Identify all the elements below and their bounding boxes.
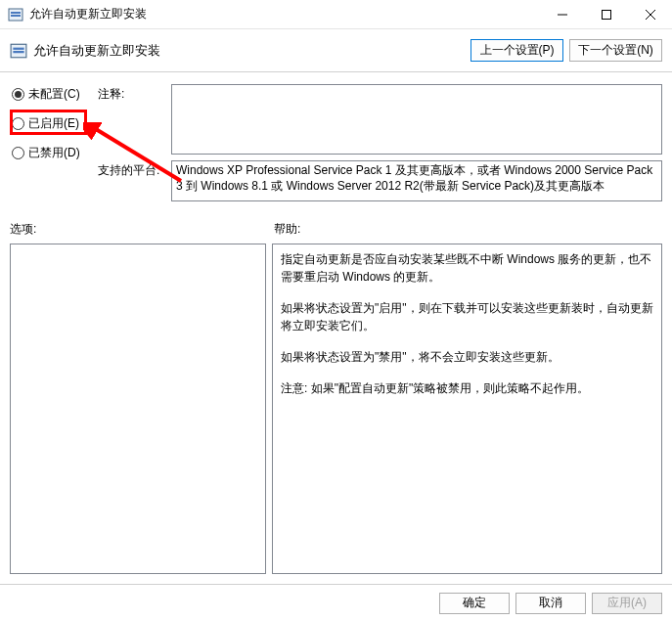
help-paragraph: 指定自动更新是否应自动安装某些既不中断 Windows 服务的更新，也不需要重启… xyxy=(281,250,653,286)
window-controls xyxy=(540,0,672,29)
options-pane xyxy=(10,244,266,574)
platform-row: 支持的平台: Windows XP Professional Service P… xyxy=(98,160,662,201)
mid-labels: 选项: 帮助: xyxy=(10,221,662,238)
svg-rect-4 xyxy=(602,10,610,19)
radio-label: 已启用(E) xyxy=(28,115,79,132)
radio-disabled[interactable]: 已禁用(D) xyxy=(10,145,98,160)
radio-not-configured[interactable]: 未配置(C) xyxy=(10,86,98,102)
previous-setting-button[interactable]: 上一个设置(P) xyxy=(470,39,563,62)
radio-label: 未配置(C) xyxy=(28,86,80,103)
lower-panes: 指定自动更新是否应自动安装某些既不中断 Windows 服务的更新，也不需要重启… xyxy=(10,244,662,574)
svg-rect-9 xyxy=(13,51,23,53)
comment-textarea[interactable] xyxy=(171,84,662,155)
window-title: 允许自动更新立即安装 xyxy=(29,6,540,22)
minimize-button[interactable] xyxy=(540,0,584,29)
svg-rect-2 xyxy=(11,15,21,17)
maximize-button[interactable] xyxy=(584,0,628,29)
comment-label: 注释: xyxy=(98,84,171,155)
fields-column: 注释: 支持的平台: Windows XP Professional Servi… xyxy=(98,84,662,207)
platform-text[interactable]: Windows XP Professional Service Pack 1 及… xyxy=(171,160,662,201)
upper-section: 未配置(C) 已启用(E) 已禁用(D) 注释: 支持的平台: Windows … xyxy=(10,84,662,207)
app-icon xyxy=(8,7,23,22)
radio-icon xyxy=(12,147,24,159)
ok-button[interactable]: 确定 xyxy=(439,593,510,614)
help-pane[interactable]: 指定自动更新是否应自动安装某些既不中断 Windows 服务的更新，也不需要重启… xyxy=(272,244,662,574)
radio-icon xyxy=(12,88,24,101)
footer: 确定 取消 应用(A) xyxy=(0,584,672,621)
policy-icon xyxy=(10,42,27,60)
close-button[interactable] xyxy=(628,0,672,29)
help-label: 帮助: xyxy=(274,221,300,238)
cancel-button[interactable]: 取消 xyxy=(515,593,586,614)
radio-column: 未配置(C) 已启用(E) 已禁用(D) xyxy=(10,84,98,207)
options-label: 选项: xyxy=(10,221,274,238)
comment-row: 注释: xyxy=(98,84,662,155)
help-paragraph: 如果将状态设置为"禁用"，将不会立即安装这些更新。 xyxy=(281,348,653,366)
platform-label: 支持的平台: xyxy=(98,160,171,201)
help-paragraph: 如果将状态设置为"启用"，则在下载并可以安装这些更新装时，自动更新将立即安装它们… xyxy=(281,299,653,334)
body-area: 未配置(C) 已启用(E) 已禁用(D) 注释: 支持的平台: Windows … xyxy=(0,72,672,574)
svg-rect-1 xyxy=(11,12,21,14)
help-paragraph: 注意: 如果"配置自动更新"策略被禁用，则此策略不起作用。 xyxy=(281,379,653,397)
radio-icon xyxy=(12,117,24,130)
apply-button: 应用(A) xyxy=(592,593,662,614)
titlebar: 允许自动更新立即安装 xyxy=(0,0,672,29)
svg-rect-8 xyxy=(13,47,23,49)
policy-title: 允许自动更新立即安装 xyxy=(33,42,465,60)
next-setting-button[interactable]: 下一个设置(N) xyxy=(569,39,662,62)
header-row: 允许自动更新立即安装 上一个设置(P) 下一个设置(N) xyxy=(0,29,672,72)
radio-label: 已禁用(D) xyxy=(28,145,80,161)
radio-enabled[interactable]: 已启用(E) xyxy=(10,115,98,131)
